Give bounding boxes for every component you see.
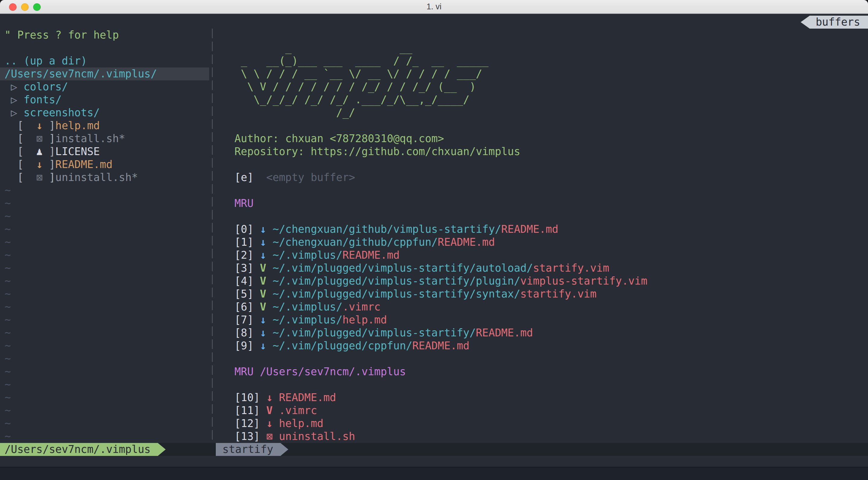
spacer — [253, 275, 260, 287]
empty-line: ~ — [0, 404, 209, 417]
vimscript-icon: V — [260, 288, 266, 300]
file-name-label: README.md — [56, 159, 113, 170]
logo-line: \ \ / / / __ `__ \/ __ \/ / / / / ___/ — [213, 67, 868, 80]
tree-file-license[interactable]: [ ♟ ]LICENSE — [0, 145, 209, 158]
mru-file-label: startify.vim — [520, 288, 596, 300]
empty-line: ~ — [0, 236, 209, 249]
tree-file-install-sh[interactable]: [ ⊠ ]install.sh* — [0, 132, 209, 145]
spacer — [266, 223, 273, 235]
nerdtree-up-dir[interactable]: .. (up a dir) — [0, 55, 209, 67]
spacer — [253, 171, 266, 183]
markdown-icon: ↓ — [260, 327, 266, 339]
markdown-icon: ↓ — [260, 223, 266, 235]
shell-icon: ⊠ — [36, 171, 42, 183]
mru-entry[interactable]: [0] ↓ ~/chengxuan/github/vimplus-startif… — [213, 223, 868, 236]
tilde-marker: ~ — [4, 391, 11, 404]
tilde-marker: ~ — [4, 223, 11, 235]
tilde-marker: ~ — [4, 353, 11, 365]
spacer — [253, 327, 260, 339]
traffic-lights — [9, 0, 41, 14]
vimscript-icon: V — [260, 262, 266, 274]
blank-line — [213, 352, 868, 365]
spacer — [266, 275, 273, 287]
markdown-icon: ↓ — [260, 340, 266, 352]
license-icon: ♟ — [36, 145, 42, 158]
empty-line: ~ — [0, 262, 209, 275]
mru-entry[interactable]: [2] ↓ ~/.vimplus/README.md — [213, 249, 868, 262]
markdown-icon: ↓ — [36, 119, 42, 132]
spacer — [253, 223, 260, 235]
ascii-logo-text: /_/ — [235, 107, 355, 118]
spacer — [273, 391, 279, 404]
mru-entry[interactable]: [8] ↓ ~/.vim/plugged/vimplus-startify/RE… — [213, 327, 868, 339]
mru-entry[interactable]: [10] ↓ README.md — [213, 391, 868, 404]
ascii-logo-text: _ __(_)___ ___ ____ / /_ __ _____ — [235, 55, 489, 67]
mru-header-label: MRU — [235, 197, 253, 209]
zoom-button[interactable] — [33, 3, 41, 11]
mru-local-header-label: MRU /Users/sev7ncm/.vimplus — [235, 366, 406, 378]
startify-status-block: startify — [216, 443, 288, 456]
nerdtree-root[interactable]: /Users/sev7ncm/.vimplus/ — [0, 67, 209, 80]
tree-dir-screenshots[interactable]: ▷ screenshots/ — [0, 106, 209, 119]
vimscript-icon: V — [260, 275, 266, 287]
markdown-icon: ↓ — [260, 249, 266, 261]
terminal-content: buffers " Press ? for help.. (up a dir)/… — [0, 14, 868, 480]
tree-file-uninstall-sh[interactable]: [ ⊠ ]uninstall.sh* — [0, 171, 209, 184]
mru-index-label: [9] — [235, 340, 253, 352]
empty-line: ~ — [0, 417, 209, 430]
mru-entry[interactable]: [3] V ~/.vim/plugged/vimplus-startify/au… — [213, 262, 868, 275]
mru-entry[interactable]: [11] V .vimrc — [213, 404, 868, 417]
buffers-tab[interactable]: buffers — [801, 16, 868, 29]
mru-entry[interactable]: [13] ⊠ uninstall.sh — [213, 430, 868, 443]
mru-entry[interactable]: [7] ↓ ~/.vimplus/help.md — [213, 313, 868, 327]
mru-file-label: startify.vim — [533, 262, 609, 274]
chevron-right-icon: ▷ — [4, 107, 24, 118]
mru-dir-label: ~/.vim/plugged/vimplus-startify/syntax/ — [273, 288, 520, 300]
shell-icon: ⊠ — [266, 430, 273, 442]
mru-index-label: [3] — [235, 262, 253, 274]
powerline-separator-icon — [158, 443, 166, 456]
window-title: 1. vi — [427, 2, 441, 11]
root-path-label: /Users/sev7ncm/.vimplus/ — [4, 68, 157, 80]
tree-file-help-md[interactable]: [ ↓ ]help.md — [0, 119, 209, 132]
blank-line — [213, 158, 868, 171]
empty-line: ~ — [0, 210, 209, 223]
empty-line: ~ — [0, 352, 209, 365]
vimscript-icon: V — [260, 301, 266, 313]
command-line[interactable] — [0, 456, 868, 467]
mru-entry[interactable]: [6] V ~/.vimplus/.vimrc — [213, 301, 868, 313]
mru-entry[interactable]: [12] ↓ help.md — [213, 417, 868, 430]
markdown-icon: ↓ — [266, 391, 273, 404]
titlebar[interactable]: 1. vi — [0, 0, 868, 14]
empty-line: ~ — [0, 184, 209, 197]
blank-line — [213, 210, 868, 223]
bracket-label: ] — [42, 119, 55, 132]
mru-entry[interactable]: [9] ↓ ~/.vim/plugged/cppfun/README.md — [213, 339, 868, 352]
spacer — [253, 301, 260, 313]
mru-file-label: .vimrc — [279, 404, 317, 416]
blank-line — [213, 119, 868, 132]
bracket-label: ] — [42, 171, 55, 183]
logo-line: \_/_/_/ /_/ /_/ .___/_/\__,_/____/ — [213, 93, 868, 106]
mru-entry[interactable]: [1] ↓ ~/chengxuan/github/cppfun/README.m… — [213, 236, 868, 249]
tree-file-readme-md[interactable]: [ ↓ ]README.md — [0, 158, 209, 171]
dir-name-label: colors/ — [24, 81, 68, 93]
minimize-button[interactable] — [21, 3, 29, 11]
tree-dir-colors[interactable]: ▷ colors/ — [0, 80, 209, 93]
mru-entry[interactable]: [5] V ~/.vim/plugged/vimplus-startify/sy… — [213, 287, 868, 301]
mru-dir-label: ~/chengxuan/github/vimplus-startify/ — [273, 223, 501, 235]
logo-line: _ __(_)___ ___ ____ / /_ __ _____ — [213, 55, 868, 67]
mru-index-label: [6] — [235, 301, 253, 313]
tree-dir-fonts[interactable]: ▷ fonts/ — [0, 93, 209, 106]
blank-line — [213, 29, 868, 41]
close-button[interactable] — [9, 3, 17, 11]
empty-buffer-entry[interactable]: [e] <empty buffer> — [213, 171, 868, 184]
editor-area: " Press ? for help.. (up a dir)/Users/se… — [0, 29, 868, 443]
terminal-window: 1. vi buffers " Press ? for help.. (up a… — [0, 0, 868, 480]
tilde-marker: ~ — [4, 404, 11, 416]
help-hint-text: " Press ? for help — [4, 29, 119, 41]
logo-line: _ __ — [213, 41, 868, 55]
mru-entry[interactable]: [4] V ~/.vim/plugged/vimplus-startify/pl… — [213, 275, 868, 287]
mru-file-label: README.md — [476, 327, 533, 339]
spacer — [253, 314, 260, 326]
